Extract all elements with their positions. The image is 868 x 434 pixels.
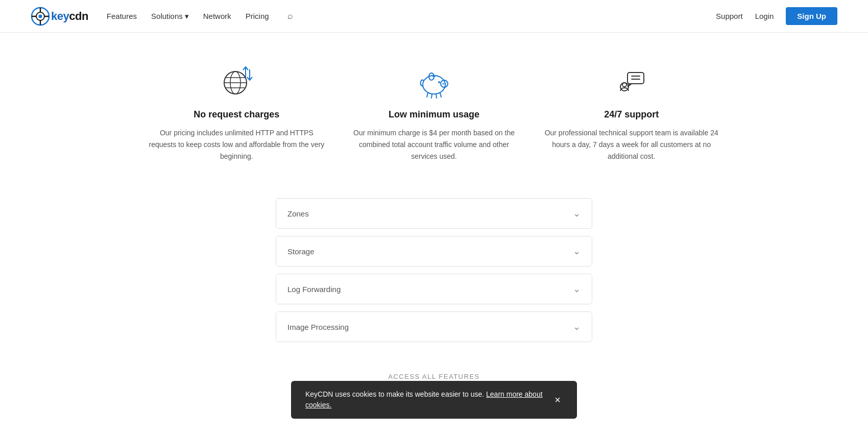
nav-links: Features Solutions ▾ Network Pricing: [107, 12, 269, 21]
cookie-banner: KeyCDN uses cookies to make its website …: [291, 381, 577, 401]
svg-rect-25: [628, 73, 644, 84]
chevron-down-icon: ⌄: [573, 208, 581, 219]
accordion-log-forwarding-header[interactable]: Log Forwarding ⌄: [276, 274, 592, 304]
feature-low-minimum: Low minimum usage Our minimum charge is …: [346, 63, 523, 162]
access-all-label: ACCESS ALL FEATURES: [148, 373, 720, 380]
accordion-storage-label: Storage: [287, 247, 315, 256]
svg-point-16: [443, 83, 444, 85]
nav-network[interactable]: Network: [203, 12, 231, 20]
chevron-down-icon: ⌄: [573, 321, 581, 332]
svg-line-20: [427, 93, 428, 97]
svg-point-24: [438, 81, 440, 83]
chevron-down-icon: ▾: [185, 12, 189, 21]
logo[interactable]: keycdn: [31, 7, 88, 26]
svg-line-22: [436, 94, 437, 98]
accordion-zones-header[interactable]: Zones ⌄: [276, 199, 592, 228]
accordion-storage-header[interactable]: Storage ⌄: [276, 236, 592, 266]
navbar: keycdn Features Solutions ▾ Network Pric…: [0, 0, 868, 33]
nav-features[interactable]: Features: [107, 12, 137, 20]
svg-point-17: [445, 83, 446, 85]
svg-line-23: [440, 93, 441, 97]
accordion-image-processing-label: Image Processing: [287, 323, 349, 331]
main-content: No request charges Our pricing includes …: [128, 33, 740, 401]
feature-no-request-charges: No request charges Our pricing includes …: [148, 63, 325, 162]
feature-desc-2: Our minimum charge is $4 per month based…: [346, 127, 523, 162]
accordion-log-forwarding-label: Log Forwarding: [287, 285, 341, 294]
access-all-section: ACCESS ALL FEATURES: [148, 373, 720, 380]
nav-login[interactable]: Login: [755, 12, 774, 20]
signup-button[interactable]: Sign Up: [786, 7, 837, 25]
logo-text: keycdn: [51, 10, 88, 23]
feature-title-1: No request charges: [148, 109, 325, 120]
chevron-down-icon: ⌄: [573, 283, 581, 295]
globe-arrows-icon: [218, 63, 255, 100]
nav-support[interactable]: Support: [716, 12, 743, 20]
cookie-text: KeyCDN uses cookies to make its website …: [305, 389, 544, 401]
accordion-zones-label: Zones: [287, 209, 309, 218]
cookie-close-button[interactable]: ×: [552, 395, 563, 401]
feature-desc-1: Our pricing includes unlimited HTTP and …: [148, 127, 325, 162]
nav-solutions[interactable]: Solutions ▾: [151, 12, 189, 21]
svg-line-21: [431, 94, 432, 98]
feature-title-3: 24/7 support: [543, 109, 720, 120]
feature-title-2: Low minimum usage: [346, 109, 523, 120]
accordion-image-processing: Image Processing ⌄: [276, 311, 592, 342]
chevron-down-icon: ⌄: [573, 246, 581, 257]
nav-pricing[interactable]: Pricing: [246, 12, 269, 20]
accordion-section: Zones ⌄ Storage ⌄ Log Forwarding ⌄ Image…: [276, 198, 592, 342]
feature-desc-3: Our professional technical support team …: [543, 127, 720, 162]
feature-support: 24/7 support Our professional technical …: [543, 63, 720, 162]
features-row: No request charges Our pricing includes …: [148, 63, 720, 162]
nav-right: Support Login Sign Up: [716, 7, 837, 25]
svg-point-6: [39, 14, 42, 18]
piggy-bank-icon: [416, 63, 452, 100]
nav-left: keycdn Features Solutions ▾ Network Pric…: [31, 7, 293, 26]
svg-point-29: [622, 83, 626, 87]
accordion-image-processing-header[interactable]: Image Processing ⌄: [276, 312, 592, 342]
accordion-log-forwarding: Log Forwarding ⌄: [276, 274, 592, 304]
accordion-storage: Storage ⌄: [276, 236, 592, 267]
accordion-zones: Zones ⌄: [276, 198, 592, 229]
search-icon[interactable]: ⌕: [287, 11, 293, 21]
support-chat-icon: [613, 63, 650, 100]
